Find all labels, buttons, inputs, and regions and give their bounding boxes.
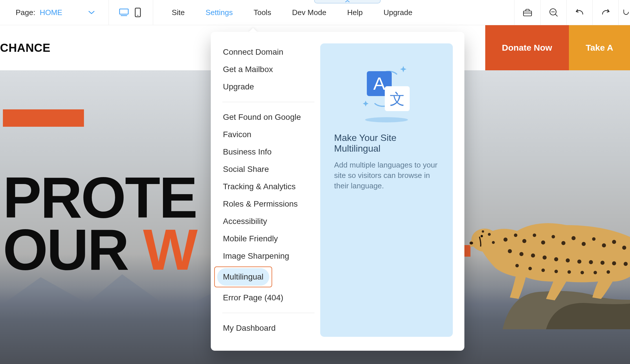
accent-bar (3, 109, 84, 127)
svg-point-18 (561, 241, 565, 245)
page-value: HOME (40, 8, 62, 17)
page-label: Page: (16, 8, 35, 17)
main-menu: Site Settings Tools Dev Mode Help Upgrad… (153, 0, 514, 25)
svg-point-23 (612, 240, 616, 244)
undo-icon[interactable] (566, 0, 592, 25)
svg-point-13 (514, 234, 517, 237)
svg-point-41 (541, 269, 545, 272)
svg-point-14 (522, 239, 526, 243)
menu-upgrade[interactable]: Upgrade (373, 0, 423, 25)
menu-help[interactable]: Help (337, 0, 373, 25)
toolbox-icon[interactable] (514, 0, 540, 25)
svg-point-45 (594, 271, 597, 274)
settings-item-tracking[interactable]: Tracking & Analytics (222, 178, 314, 195)
svg-point-28 (508, 249, 512, 253)
svg-point-30 (531, 253, 535, 258)
site-brand: CHANCE (0, 41, 50, 54)
settings-item-multilingual-highlight: Multilingual (222, 266, 314, 287)
svg-point-37 (612, 261, 616, 265)
headline-line2-a: OUR (3, 217, 143, 282)
settings-item-accessibility[interactable]: Accessibility (222, 213, 314, 230)
donate-now-button[interactable]: Donate Now (485, 25, 569, 70)
svg-point-38 (624, 262, 628, 266)
svg-point-24 (622, 246, 626, 250)
svg-point-40 (528, 267, 532, 270)
settings-item-dashboard[interactable]: My Dashboard (222, 319, 314, 337)
right-tools (514, 0, 630, 25)
headline-line2-b: W (143, 217, 197, 282)
svg-point-19 (572, 236, 576, 240)
svg-text:A: A (373, 73, 385, 93)
svg-point-50 (481, 235, 483, 237)
settings-item-get-found[interactable]: Get Found on Google (222, 109, 314, 126)
settings-item-business-info[interactable]: Business Info (222, 143, 314, 161)
svg-point-12 (503, 238, 508, 242)
top-collapse-notch[interactable] (314, 0, 381, 3)
chevron-down-icon (88, 10, 95, 14)
cheetah-image (450, 167, 630, 329)
svg-rect-4 (523, 11, 532, 16)
settings-item-connect-domain[interactable]: Connect Domain (222, 43, 314, 61)
page-selector[interactable]: Page: HOME (0, 0, 109, 25)
redo-icon[interactable] (592, 0, 618, 25)
svg-point-49 (492, 241, 495, 244)
multilingual-illustration: A 文 (334, 57, 439, 124)
svg-point-42 (554, 270, 558, 273)
preview-description: Add multiple languages to your site so v… (334, 160, 439, 191)
settings-item-upgrade[interactable]: Upgrade (222, 78, 314, 95)
svg-text:文: 文 (390, 91, 405, 107)
svg-point-21 (592, 237, 596, 241)
more-icon[interactable] (618, 0, 630, 25)
highlight-frame: Multilingual (214, 266, 272, 287)
svg-point-51 (470, 242, 473, 244)
settings-preview-pane: A 文 Make Your Site Multilingual Add mult… (320, 43, 453, 337)
svg-point-39 (515, 264, 519, 267)
divider (222, 102, 314, 102)
svg-point-47 (488, 233, 491, 236)
menu-dev-mode[interactable]: Dev Mode (282, 0, 337, 25)
svg-point-10 (471, 229, 498, 252)
svg-point-31 (543, 255, 547, 260)
cta-row: Donate Now Take A (485, 25, 630, 70)
settings-item-multilingual[interactable]: Multilingual (217, 268, 269, 286)
settings-item-mobile-friendly[interactable]: Mobile Friendly (222, 230, 314, 247)
svg-point-34 (577, 260, 581, 264)
svg-point-48 (482, 230, 484, 233)
settings-dropdown: Connect Domain Get a Mailbox Upgrade Get… (211, 32, 464, 351)
menu-tools[interactable]: Tools (243, 0, 282, 25)
mobile-view-icon[interactable] (131, 4, 145, 21)
svg-point-22 (602, 243, 606, 247)
svg-point-33 (566, 258, 570, 262)
svg-point-35 (589, 260, 593, 264)
settings-menu-list: Connect Domain Get a Mailbox Upgrade Get… (222, 43, 320, 337)
settings-item-image-sharpening[interactable]: Image Sharpening (222, 247, 314, 265)
svg-point-20 (582, 242, 586, 246)
menu-settings[interactable]: Settings (195, 0, 243, 25)
svg-point-58 (365, 117, 408, 122)
hero-headline: PROTE OUR W (3, 172, 197, 276)
svg-point-32 (554, 257, 558, 261)
take-action-button[interactable]: Take A (569, 25, 630, 70)
desktop-view-icon[interactable] (117, 5, 131, 20)
preview-title: Make Your Site Multilingual (334, 133, 439, 154)
svg-point-17 (552, 235, 555, 238)
device-toggle (109, 0, 153, 25)
editor-topbar: Page: HOME Site Settings Tools Dev Mode … (0, 0, 630, 25)
svg-line-8 (555, 14, 557, 16)
divider (222, 313, 314, 313)
svg-point-16 (541, 240, 545, 244)
zoom-out-icon[interactable] (540, 0, 566, 25)
settings-item-social-share[interactable]: Social Share (222, 161, 314, 178)
menu-site[interactable]: Site (161, 0, 195, 25)
settings-item-favicon[interactable]: Favicon (222, 126, 314, 143)
settings-item-error-page[interactable]: Error Page (404) (222, 289, 314, 306)
svg-point-44 (580, 271, 584, 274)
svg-point-15 (533, 234, 536, 237)
svg-point-46 (607, 270, 610, 274)
svg-rect-0 (120, 9, 128, 14)
settings-item-roles[interactable]: Roles & Permissions (222, 195, 314, 213)
svg-point-3 (138, 15, 138, 16)
svg-point-36 (600, 261, 605, 265)
svg-point-29 (519, 252, 523, 256)
settings-item-get-mailbox[interactable]: Get a Mailbox (222, 61, 314, 78)
